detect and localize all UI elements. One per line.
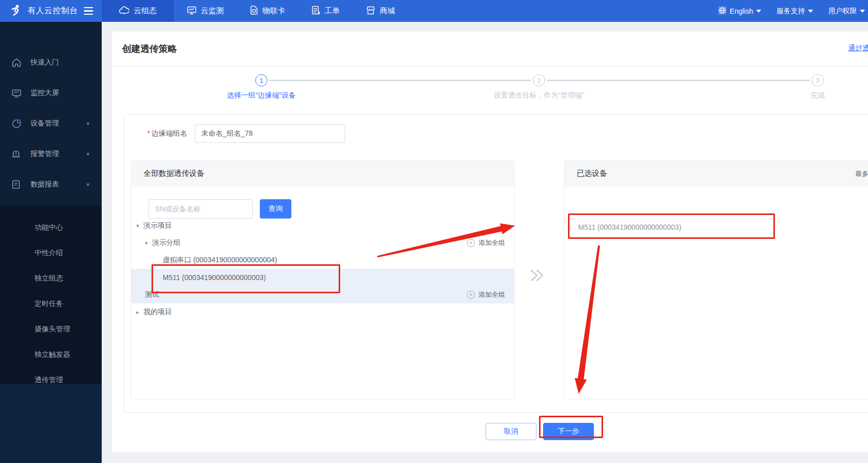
- cancel-button[interactable]: 取消: [486, 423, 536, 440]
- plus-circle-icon: +: [467, 239, 475, 247]
- selected-device-item[interactable]: M511 (00034190000000000003): [564, 214, 868, 240]
- user-permissions-menu[interactable]: 用户权限: [828, 7, 865, 16]
- brand-logo-icon: [9, 4, 22, 19]
- caret-open-icon: ▾: [136, 223, 143, 229]
- device-search-input[interactable]: [148, 199, 253, 219]
- tree-node-my-project[interactable]: ▸ 我的项目: [131, 303, 514, 321]
- chevron-down-icon: [808, 10, 813, 13]
- sidebar-item-data-report[interactable]: 数据报表 ▼: [0, 169, 102, 200]
- step-3: 3 完成: [736, 74, 868, 100]
- submenu-item-function-center[interactable]: 功能中心: [0, 215, 102, 240]
- chevron-down-icon: ▼: [85, 182, 91, 188]
- next-step-button[interactable]: 下一步: [543, 423, 594, 440]
- sidebar-item-quick-start[interactable]: 快速入门: [0, 47, 102, 78]
- step-1: 1 选择一组“边缘端”设备: [180, 74, 343, 100]
- submenu-item-independent-trigger[interactable]: 独立触发器: [0, 342, 102, 367]
- report-document-icon: [12, 180, 22, 189]
- globe-icon: [718, 6, 727, 16]
- tree-node-virtual-serial[interactable]: 虚拟串口 (00034190000000000004): [131, 252, 514, 269]
- cloud-icon: [119, 6, 129, 16]
- nav-tab-iot-card[interactable]: 物联卡: [237, 0, 298, 22]
- hamburger-menu-icon[interactable]: [84, 7, 93, 15]
- big-screen-icon: [12, 89, 22, 98]
- step-2: 2 设置透传目标，作为“管理端”: [458, 74, 620, 100]
- divider: [112, 66, 868, 67]
- add-whole-group-button[interactable]: + 添加全组: [467, 290, 505, 299]
- submenu-item-neutral-intro[interactable]: 中性介绍: [0, 240, 102, 266]
- sidebar: 快速入门 监控大屏 设备管理 ▼ 报警管理 ▼ 数据报表 ▼ 扩展功能 ▲: [0, 22, 102, 463]
- top-right-link[interactable]: 通过透传: [848, 44, 868, 53]
- submenu-item-scheduled-tasks[interactable]: 定时任务: [0, 291, 102, 317]
- sidebar-item-alarm-management[interactable]: 报警管理 ▼: [0, 139, 102, 169]
- service-support-menu[interactable]: 服务支持: [776, 7, 813, 16]
- device-tree: ▾ 演示项目 ▾ 演示分组 + 添加全组 虚拟串口 (0003419000000…: [131, 217, 514, 321]
- tree-node-demo-group[interactable]: ▾ 演示分组 + 添加全组: [131, 234, 514, 252]
- add-whole-group-button[interactable]: + 添加全组: [467, 238, 505, 248]
- group-name-label: *边缘端组名: [124, 129, 187, 138]
- sim-card-icon: [250, 6, 258, 16]
- top-navbar: 有人云控制台 云组态 云监测 物联卡 工单: [0, 0, 868, 22]
- chevron-down-icon: ▼: [85, 151, 91, 157]
- search-query-button[interactable]: 查询: [260, 199, 291, 219]
- language-selector[interactable]: English: [718, 6, 761, 16]
- tree-node-test-group[interactable]: 测试 + 添加全组: [131, 286, 514, 303]
- mall-icon: [366, 6, 375, 16]
- chevron-down-icon: ▼: [85, 121, 91, 127]
- tree-node-m511-selected[interactable]: M511 (00034190000000000003): [131, 269, 514, 286]
- nav-tab-work-order[interactable]: 工单: [298, 0, 353, 22]
- chevron-down-icon: [756, 10, 761, 13]
- selected-devices-panel: 已选设备 最多 M511 (00034190000000000003): [564, 161, 868, 399]
- group-name-input[interactable]: [195, 124, 345, 143]
- tree-node-demo-project[interactable]: ▾ 演示项目: [131, 217, 514, 234]
- nav-tab-cloud-config[interactable]: 云组态: [102, 0, 174, 22]
- nav-tabs: 云组态 云监测 物联卡 工单 商城: [102, 0, 408, 22]
- all-devices-panel-header: 全部数据透传设备: [131, 161, 514, 187]
- all-devices-panel: 全部数据透传设备 查询 ▾ 演示项目 ▾ 演示分组 + 添加全组: [131, 161, 515, 399]
- max-count-hint: 最多: [855, 169, 868, 178]
- page-title: 创建透传策略: [122, 43, 177, 55]
- extension-submenu: 功能中心 中性介绍 独立组态 定时任务 摄像头管理 独立触发器 透传管理: [0, 206, 102, 384]
- chevron-down-icon: [860, 10, 865, 13]
- home-icon: [12, 58, 22, 67]
- sidebar-item-device-management[interactable]: 设备管理 ▼: [0, 108, 102, 139]
- double-chevron-right-icon: [529, 267, 545, 286]
- caret-closed-icon: ▸: [136, 309, 143, 316]
- work-order-icon: [312, 6, 320, 16]
- submenu-item-camera-management[interactable]: 摄像头管理: [0, 317, 102, 342]
- required-asterisk: *: [147, 129, 150, 137]
- caret-open-icon: ▾: [145, 240, 152, 246]
- selected-devices-panel-header: 已选设备 最多: [564, 161, 868, 187]
- alarm-bell-icon: [12, 149, 22, 159]
- monitor-icon: [187, 6, 196, 16]
- nav-tab-mall[interactable]: 商城: [353, 0, 408, 22]
- device-pie-icon: [12, 119, 22, 129]
- wizard-body: *边缘端组名 全部数据透传设备 查询 ▾ 演示项目 ▾ 演示分组: [124, 114, 868, 413]
- sidebar-bottom-panel: 16:33:43 2020-10-12: [0, 384, 102, 463]
- brand-title: 有人云控制台: [27, 6, 78, 16]
- plus-circle-icon: +: [467, 291, 475, 299]
- submenu-item-independent-config[interactable]: 独立组态: [0, 266, 102, 291]
- nav-tab-cloud-monitor[interactable]: 云监测: [174, 0, 237, 22]
- main-content-card: 创建透传策略 通过透传 1 选择一组“边缘端”设备 2 设置透传目标，作为“管理…: [112, 32, 868, 452]
- sidebar-item-monitor-screen[interactable]: 监控大屏: [0, 78, 102, 108]
